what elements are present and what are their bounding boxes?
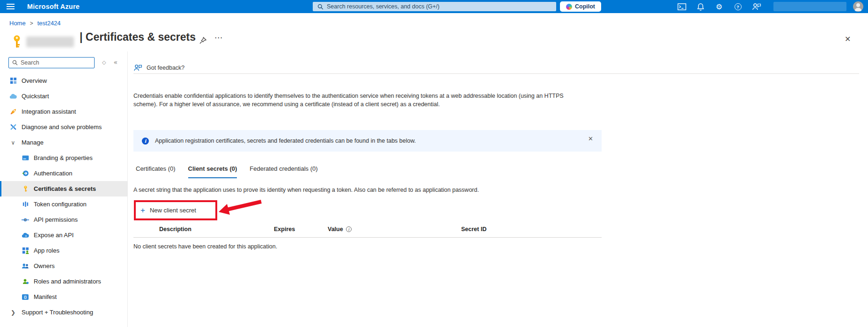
- diamond-icon[interactable]: ◇: [102, 59, 106, 65]
- help-icon: ?: [735, 3, 742, 10]
- global-search[interactable]: [313, 2, 556, 11]
- more-options-button[interactable]: ⋯: [214, 33, 223, 42]
- hamburger-icon[interactable]: [7, 4, 15, 11]
- cloud-shell-button[interactable]: [672, 0, 691, 13]
- integration-assistant-icon: [9, 108, 17, 116]
- global-search-input[interactable]: [327, 3, 533, 10]
- command-bar: Got feedback?: [133, 62, 859, 74]
- sidebar-item-certificates-secrets[interactable]: Certificates & secrets: [0, 181, 127, 196]
- sidebar-item-branding[interactable]: Branding & properties: [0, 150, 127, 166]
- copilot-label: Copilot: [575, 3, 595, 10]
- overview-icon: [9, 77, 17, 85]
- diagnose-icon: [9, 124, 17, 131]
- breadcrumb: Home > test2424: [9, 20, 61, 27]
- table-header: Description Expires Value i Secret ID: [133, 224, 602, 238]
- main-content: Got feedback? Credentials enable confide…: [128, 51, 868, 327]
- search-icon: [12, 60, 18, 65]
- tab-client-secrets[interactable]: Client secrets (0): [188, 165, 237, 178]
- expose-api-icon: [22, 232, 29, 239]
- new-client-secret-button[interactable]: + New client secret: [140, 205, 196, 215]
- pin-icon: [199, 36, 207, 45]
- new-client-secret-label: New client secret: [150, 207, 196, 214]
- sidebar-item-expose-api[interactable]: Expose an API: [0, 227, 127, 243]
- feedback-button[interactable]: [747, 0, 766, 13]
- manifest-icon: {}: [22, 293, 29, 301]
- got-feedback-label: Got feedback?: [147, 65, 184, 71]
- sidebar-item-quickstart[interactable]: Quickstart: [0, 88, 127, 104]
- avatar[interactable]: [853, 1, 863, 12]
- close-icon: ✕: [845, 35, 851, 44]
- tab-bar: Certificates (0) Client secrets (0) Fede…: [136, 165, 318, 178]
- credentials-description: Credentials enable confidential applicat…: [133, 92, 583, 109]
- feedback-icon: [752, 3, 761, 10]
- info-icon: i: [142, 138, 149, 145]
- sidebar-search[interactable]: [8, 57, 95, 68]
- sidebar-item-api-permissions[interactable]: API permissions: [0, 212, 127, 227]
- topbar: Microsoft Azure Copilot ⚙: [0, 0, 868, 13]
- close-page-button[interactable]: ✕: [845, 35, 851, 44]
- roles-administrators-icon: [22, 278, 29, 285]
- breadcrumb-separator: >: [30, 20, 33, 27]
- bell-icon: [697, 3, 704, 11]
- help-button[interactable]: ?: [728, 0, 747, 13]
- column-expires: Expires: [274, 226, 295, 233]
- app-name-redacted: [26, 36, 74, 47]
- collapse-sidebar-button[interactable]: «: [113, 58, 118, 66]
- annotation-arrow: [217, 197, 266, 218]
- column-description: Description: [159, 226, 191, 233]
- sidebar-group-manage[interactable]: ∨ Manage: [0, 135, 127, 150]
- plus-icon: +: [140, 206, 145, 214]
- settings-button[interactable]: ⚙: [710, 0, 728, 13]
- azure-brand: Microsoft Azure: [27, 3, 80, 10]
- token-configuration-icon: [22, 201, 29, 208]
- page-title: | Certificates & secrets: [80, 31, 196, 44]
- sidebar-item-app-roles[interactable]: App roles: [0, 243, 127, 258]
- sidebar-item-owners[interactable]: Owners: [0, 258, 127, 274]
- chevron-down-icon: ∨: [9, 139, 17, 146]
- sidebar-item-manifest[interactable]: {} Manifest: [0, 289, 127, 305]
- feedback-icon: [133, 64, 142, 71]
- sidebar-item-integration-assistant[interactable]: Integration assistant: [0, 104, 127, 119]
- sidebar-group-support[interactable]: ❯ Support + Troubleshooting: [0, 305, 127, 320]
- sidebar-search-input[interactable]: [21, 59, 86, 66]
- key-icon: [10, 35, 23, 49]
- column-secret-id: Secret ID: [461, 226, 486, 233]
- copilot-button[interactable]: Copilot: [560, 1, 601, 12]
- app-roles-icon: [22, 247, 29, 254]
- pin-button[interactable]: [199, 36, 207, 47]
- column-value: Value i: [328, 226, 352, 233]
- sidebar: ◇ « Overview Quickstart Integration assi…: [0, 51, 128, 327]
- breadcrumb-home-link[interactable]: Home: [9, 20, 26, 27]
- empty-state-text: No client secrets have been created for …: [133, 243, 277, 250]
- copilot-icon: [566, 4, 572, 10]
- chevron-right-icon: ❯: [9, 309, 17, 316]
- search-icon: [317, 4, 324, 10]
- client-secret-description: A secret string that the application use…: [133, 187, 479, 193]
- sidebar-item-diagnose[interactable]: Diagnose and solve problems: [0, 119, 127, 135]
- sidebar-item-authentication[interactable]: Authentication: [0, 166, 127, 181]
- banner-close-button[interactable]: ✕: [588, 135, 593, 142]
- api-permissions-icon: [22, 216, 29, 224]
- tab-certificates[interactable]: Certificates (0): [136, 165, 176, 178]
- info-banner-text: Application registration certificates, s…: [155, 138, 416, 144]
- tab-federated-credentials[interactable]: Federated credentials (0): [250, 165, 317, 178]
- owners-icon: [22, 262, 29, 270]
- breadcrumb-current-link[interactable]: test2424: [37, 20, 61, 27]
- account-info-blur: [773, 2, 846, 11]
- branding-icon: [22, 154, 29, 162]
- cloud-shell-icon: [677, 3, 686, 10]
- key-icon: [22, 185, 29, 193]
- notifications-button[interactable]: [691, 0, 710, 13]
- ellipsis-icon: ⋯: [214, 33, 223, 42]
- sidebar-item-overview[interactable]: Overview: [0, 73, 127, 88]
- got-feedback-button[interactable]: Got feedback?: [133, 64, 184, 71]
- sidebar-item-token-configuration[interactable]: Token configuration: [0, 196, 127, 212]
- info-banner: i Application registration certificates,…: [133, 130, 602, 152]
- value-info-icon[interactable]: i: [346, 226, 352, 232]
- authentication-icon: [22, 170, 29, 177]
- quickstart-icon: [9, 93, 17, 100]
- sidebar-item-roles-administrators[interactable]: Roles and administrators: [0, 274, 127, 289]
- gear-icon: ⚙: [716, 2, 722, 11]
